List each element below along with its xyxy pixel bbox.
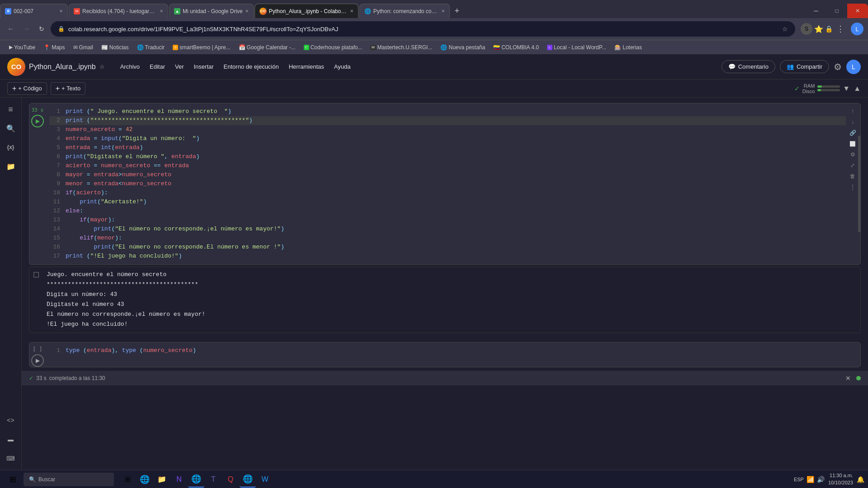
nav-forward-button[interactable]: → <box>20 23 33 35</box>
browser-menu-icon[interactable]: ⋮ <box>835 24 846 34</box>
bookmark-noticias[interactable]: 📰 Noticias <box>98 43 132 52</box>
taskbar-wifi-icon[interactable]: 📶 <box>807 476 814 483</box>
bookmark-coderhouse[interactable]: C Coderhouse platafo... <box>300 43 366 52</box>
tab5-close-icon[interactable]: ✕ <box>441 9 445 14</box>
bookmark-colombia[interactable]: 🇨🇴 COLOMBIA 4.0 <box>490 43 542 52</box>
windows-start-button[interactable]: ⊞ <box>4 472 22 487</box>
taskbar-notification-icon[interactable]: 🔔 <box>857 476 864 483</box>
menu-archivo[interactable]: Archivo <box>116 61 144 72</box>
menu-editar[interactable]: Editar <box>145 61 170 72</box>
share-button[interactable]: 👥 Compartir <box>780 60 829 73</box>
bookmark-traducir[interactable]: 🌐 Traducir <box>133 43 169 52</box>
status-time: 33 s <box>36 375 47 381</box>
taskbar-onenote-icon[interactable]: N <box>171 471 187 488</box>
tab-2[interactable]: M Recibidos (4.704) - luetogar@gr... ✕ <box>69 4 168 18</box>
tab2-close-icon[interactable]: ✕ <box>160 9 163 14</box>
bookmark-gcalendar[interactable]: 📅 Google Calendar -... <box>235 43 299 52</box>
bookmark-smartbeemo[interactable]: S smartBeemo | Apre... <box>169 43 234 52</box>
taskbar-clock[interactable]: 11:30 a.m. 10/10/2023 <box>828 472 853 486</box>
user-avatar[interactable]: L <box>846 60 861 74</box>
taskbar-app6-icon[interactable]: Q <box>222 471 239 488</box>
cell-1-execution-count: 33 s <box>32 107 44 113</box>
menu-insertar[interactable]: Insertar <box>189 61 218 72</box>
runtime-dropdown-button[interactable]: ▼ <box>843 84 850 93</box>
extension2-icon[interactable]: ⭐ <box>814 25 823 33</box>
menu-ayuda[interactable]: Ayuda <box>330 61 355 72</box>
bookmark-local[interactable]: L Local - Local WordP... <box>543 43 610 52</box>
plus-code-icon: + <box>12 84 16 93</box>
taskbar-search[interactable]: 🔍 Buscar <box>24 473 114 486</box>
run-cell-2-button[interactable]: ▶ <box>31 354 44 367</box>
sidebar-keyboard-icon[interactable]: ⌨ <box>3 450 19 466</box>
notebook-star-icon[interactable]: ☆ <box>99 63 105 70</box>
taskbar-word-icon[interactable]: W <box>257 471 273 488</box>
sidebar-code-icon[interactable]: <> <box>3 412 19 428</box>
collapse-section-button[interactable]: ▲ <box>854 84 861 93</box>
tab-5[interactable]: 🌐 Python: comenzando con el len... ✕ <box>359 4 450 18</box>
tab-3[interactable]: ▲ Mi unidad - Google Drive ✕ <box>169 4 254 18</box>
nav-back-button[interactable]: ← <box>5 23 17 35</box>
taskbar: ⊞ 🔍 Buscar ⊞ 🌐 📁 N 🌐 T Q 🌐 W ESP 📶 🔊 11:… <box>0 470 868 488</box>
bookmark-smartbeemo-label: smartBeemo | Apre... <box>179 44 231 51</box>
add-code-button[interactable]: + + Código <box>7 82 47 95</box>
tab1-close-icon[interactable]: ✕ <box>59 9 63 14</box>
line-num-9: 9 <box>49 179 60 188</box>
menu-herramientas[interactable]: Herramientas <box>284 61 329 72</box>
tab3-close-icon[interactable]: ✕ <box>245 9 249 14</box>
taskbar-task-view-icon[interactable]: ⊞ <box>119 471 136 488</box>
new-tab-button[interactable]: + <box>450 4 464 18</box>
extension3-icon[interactable]: 🔒 <box>825 25 833 33</box>
bookmark-mastertech[interactable]: M Mastertech.U.SERGI... <box>367 43 436 52</box>
cell-scrollbar[interactable] <box>858 136 861 233</box>
sidebar-toc-icon[interactable]: ≡ <box>3 101 19 117</box>
taskbar-app7-icon[interactable]: 🌐 <box>240 471 256 488</box>
tab4-close-icon[interactable]: ✕ <box>350 9 354 14</box>
code-line-14: 14 print("El número no corresponde.¡el n… <box>49 225 846 234</box>
tab-close-button[interactable]: ✕ <box>847 4 868 18</box>
tab4-favicon: CO <box>259 8 267 15</box>
nav-reload-button[interactable]: ↻ <box>35 23 48 35</box>
cell-link-button[interactable]: 🔗 <box>848 128 858 138</box>
tab-1[interactable]: 🖥 002-007 ✕ <box>0 4 68 18</box>
taskbar-lang-icon[interactable]: ESP <box>794 477 804 482</box>
sidebar-variables-icon[interactable]: {x} <box>3 139 19 155</box>
settings-icon[interactable]: ⚙ <box>834 61 842 72</box>
tab-maximize-button[interactable]: □ <box>826 4 847 18</box>
taskbar-chrome-icon[interactable]: 🌐 <box>137 471 153 488</box>
cell-settings-button[interactable]: ⚙ <box>848 150 858 160</box>
notebook-status-bar: ✓ 33 s completado a las 11:30 ✕ <box>22 371 868 385</box>
cell-copy-button[interactable]: ⬜ <box>848 139 858 149</box>
cell-expand-button[interactable]: ⤢ <box>848 160 858 170</box>
user-avatar-button[interactable]: L <box>851 23 863 35</box>
comment-button[interactable]: 💬 Comentario <box>722 60 775 73</box>
extension1-icon[interactable]: S <box>801 23 812 35</box>
cell-delete-button[interactable]: 🗑 <box>848 171 858 181</box>
cell-move-up-button[interactable]: ↑ <box>848 106 858 116</box>
url-bookmark-icon[interactable]: ☆ <box>782 25 788 33</box>
code-line-2: 2 print ("******************************… <box>49 116 846 125</box>
taskbar-sound-icon[interactable]: 🔊 <box>817 476 825 483</box>
bookmark-gmail[interactable]: ✉ Gmail <box>70 43 97 52</box>
bookmark-youtube[interactable]: ▶ YouTube <box>5 43 39 52</box>
url-bar[interactable]: 🔒 colab.research.google.com/drive/1IFM9P… <box>51 21 795 37</box>
menu-entorno[interactable]: Entorno de ejecución <box>219 61 283 72</box>
sidebar-files-icon[interactable]: 📁 <box>3 158 19 174</box>
bookmark-nueva-pestana[interactable]: 🌐 Nueva pestaña <box>437 43 489 52</box>
menu-ver[interactable]: Ver <box>170 61 189 72</box>
add-text-button[interactable]: + + Texto <box>51 82 85 95</box>
sidebar-search-icon[interactable]: 🔍 <box>3 120 19 136</box>
status-close-button[interactable]: ✕ <box>845 375 851 382</box>
colab-app: CO Python_Alura_.ipynb ☆ Archivo Editar … <box>0 54 868 470</box>
cell-more-button[interactable]: ⋮ <box>848 182 858 192</box>
taskbar-chrome2-icon[interactable]: 🌐 <box>188 471 204 488</box>
cell-move-down-button[interactable]: ↓ <box>848 117 858 127</box>
tab-4-active[interactable]: CO Python_Alura_.ipynb - Colabora... ✕ <box>255 4 359 18</box>
taskbar-teams-icon[interactable]: T <box>205 471 222 488</box>
bookmark-maps[interactable]: 📍 Maps <box>40 43 68 52</box>
sidebar-terminal-icon[interactable]: ▬ <box>3 431 19 447</box>
tab4-title: Python_Alura_.ipynb - Colabora... <box>269 8 348 14</box>
taskbar-file-explorer-icon[interactable]: 📁 <box>154 471 170 488</box>
bookmark-loterias[interactable]: 🎰 Loterias <box>611 43 646 52</box>
run-cell-1-button[interactable]: ▶ <box>31 115 44 127</box>
tab-minimize-button[interactable]: ─ <box>806 4 826 18</box>
